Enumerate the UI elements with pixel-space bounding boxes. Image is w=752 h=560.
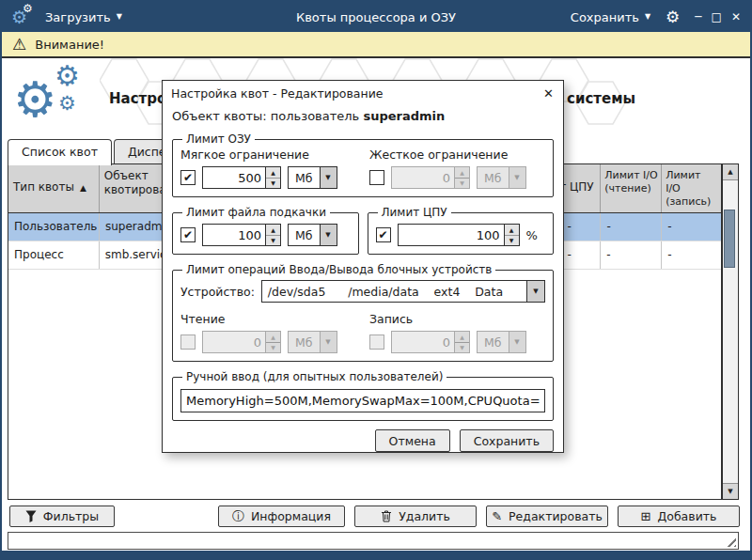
chevron-down-icon: ▼	[117, 13, 122, 21]
info-icon: ⓘ	[232, 510, 244, 522]
cell-io-write: -	[662, 241, 721, 269]
spinner-down-icon[interactable]: ▼	[505, 236, 519, 246]
scrollbar-thumb[interactable]	[724, 210, 735, 268]
manual-input-legend: Ручной ввод (для опытных пользователей)	[182, 370, 446, 383]
column-header-quota-type[interactable]: Тип квоты▲	[8, 164, 100, 212]
cpu-limit-checkbox[interactable]: ✔	[376, 227, 391, 242]
unit-value: Мб	[289, 225, 320, 245]
spinner-down-icon: ▼	[266, 343, 280, 353]
scroll-down-button[interactable]: ▼	[723, 483, 738, 499]
maximize-button[interactable]: □	[712, 10, 722, 23]
spinner-down-icon: ▼	[455, 179, 469, 189]
save-button[interactable]: Сохранить ▼	[571, 10, 650, 24]
add-button[interactable]: ⊞ Добавить	[618, 506, 740, 527]
tab-quota-list[interactable]: Список квот	[8, 139, 112, 165]
io-read-spinner: ▲ ▼	[202, 331, 281, 353]
spinner-up-icon: ▲	[455, 332, 469, 343]
quota-subject-prefix: Объект квоты: пользователь	[172, 109, 359, 123]
delete-button[interactable]: Удалить	[354, 506, 477, 527]
info-button[interactable]: ⓘ Информация	[218, 506, 345, 527]
cell-quota-type: Пользователь	[8, 213, 100, 241]
ram-limit-group: Лимит ОЗУ Мягкое ограничение ✔ ▲ ▼	[172, 132, 554, 197]
swap-limit-group: Лимит файла подкачки ✔ ▲ ▼ Мб ▼	[172, 206, 359, 255]
device-label: Устройство:	[180, 285, 255, 299]
cancel-button[interactable]: Отмена	[375, 429, 450, 452]
dialog-close-button[interactable]: ✕	[542, 87, 555, 100]
settings-gear-icon[interactable]: ⚙	[666, 9, 680, 25]
cpu-limit-legend: Лимит ЦПУ	[378, 206, 451, 219]
warning-icon: ⚠	[12, 37, 26, 53]
title-bar: ⚙ ⚙ Загрузить ▼ Квоты процессора и ОЗУ С…	[2, 2, 750, 32]
column-header-io-read[interactable]: Лимит I/O (чтение)	[601, 164, 662, 212]
unit-value: Мб	[478, 332, 509, 352]
soft-limit-checkbox[interactable]: ✔	[180, 170, 196, 185]
spinner-up-icon[interactable]: ▲	[505, 225, 519, 236]
cpu-limit-spinner: ▲ ▼	[398, 224, 520, 246]
resize-grip[interactable]	[724, 535, 736, 547]
minimize-button[interactable]: ─	[695, 10, 701, 23]
column-header-io-write[interactable]: Лимит I/O (запись)	[662, 164, 721, 212]
dropdown-arrow-icon: ▼	[320, 332, 337, 352]
soft-limit-input[interactable]	[203, 167, 265, 188]
spinner-down-icon[interactable]: ▼	[266, 179, 280, 189]
swap-limit-unit-select[interactable]: Мб ▼	[288, 224, 337, 246]
close-button[interactable]: ✕	[731, 10, 741, 23]
vertical-scrollbar[interactable]: ▲ ▼	[722, 163, 739, 500]
edit-button[interactable]: ✎ Редактировать	[486, 506, 608, 527]
io-read-unit-select: Мб ▼	[288, 331, 337, 353]
device-select-value: /dev/sda5 /media/data ext4 Data	[262, 281, 526, 302]
hard-limit-input	[392, 167, 454, 188]
filter-icon	[25, 510, 37, 522]
app-gears-icon: ⚙ ⚙	[11, 6, 36, 28]
soft-limit-spinner: ▲ ▼	[202, 166, 281, 189]
io-read-checkbox	[180, 334, 196, 350]
swap-limit-input[interactable]	[203, 225, 265, 245]
io-write-checkbox	[369, 334, 384, 350]
dialog-save-button[interactable]: Сохранить	[460, 429, 554, 452]
scroll-up-button[interactable]: ▲	[723, 164, 738, 180]
delete-button-label: Удалить	[399, 509, 450, 523]
manual-input-field[interactable]	[180, 389, 545, 412]
spinner-up-icon: ▲	[266, 332, 280, 343]
swap-limit-legend: Лимит файла подкачки	[182, 206, 330, 219]
load-button[interactable]: Загрузить ▼	[45, 10, 122, 24]
io-read-input	[203, 332, 265, 352]
dropdown-arrow-icon: ▼	[509, 332, 525, 352]
gear-icon: ⚙	[58, 94, 76, 114]
device-select[interactable]: /dev/sda5 /media/data ext4 Data ▼	[261, 280, 545, 303]
cell-io-read: -	[601, 241, 662, 269]
manual-input-group: Ручной ввод (для опытных пользователей)	[172, 370, 554, 421]
dropdown-arrow-icon[interactable]: ▼	[526, 281, 544, 302]
io-write-label: Запись	[369, 312, 545, 326]
quota-subject-value: superadmin	[363, 109, 445, 123]
io-read-label: Чтение	[180, 312, 356, 326]
status-bar	[8, 532, 739, 550]
gear-icon: ⚙	[55, 62, 80, 90]
dropdown-arrow-icon: ▼	[509, 167, 525, 188]
dropdown-arrow-icon[interactable]: ▼	[320, 225, 337, 245]
app-window: ⚙ ⚙ Загрузить ▼ Квоты процессора и ОЗУ С…	[0, 0, 752, 560]
hard-limit-checkbox[interactable]	[369, 170, 384, 185]
spinner-up-icon[interactable]: ▲	[266, 225, 280, 236]
load-button-label: Загрузить	[45, 10, 111, 24]
dialog-title: Настройка квот - Редактирование	[171, 86, 384, 101]
warning-bar: ⚠ Внимание!	[2, 32, 750, 58]
page-heading-right-fragment: системы	[567, 90, 635, 107]
edit-button-label: Редактировать	[509, 509, 603, 523]
soft-limit-unit-select[interactable]: Мб ▼	[288, 166, 337, 189]
ram-limit-legend: Лимит ОЗУ	[182, 132, 255, 146]
io-limit-legend: Лимит операций Ввода/Вывода блочных устр…	[182, 263, 495, 276]
swap-limit-checkbox[interactable]: ✔	[180, 227, 196, 242]
io-write-input	[392, 332, 454, 352]
hard-limit-spinner: ▲ ▼	[391, 166, 470, 189]
filters-button[interactable]: Фильтры	[9, 506, 115, 527]
unit-value: Мб	[289, 167, 320, 188]
io-write-spinner: ▲ ▼	[391, 331, 470, 353]
spinner-up-icon[interactable]: ▲	[266, 167, 280, 179]
app-logo-gears: ⚙ ⚙ ⚙	[13, 66, 100, 133]
window-bottom-frame	[2, 551, 750, 558]
spinner-down-icon[interactable]: ▼	[266, 236, 280, 246]
warning-text: Внимание!	[35, 38, 104, 52]
cpu-limit-input[interactable]	[399, 225, 504, 245]
dropdown-arrow-icon[interactable]: ▼	[320, 167, 337, 188]
